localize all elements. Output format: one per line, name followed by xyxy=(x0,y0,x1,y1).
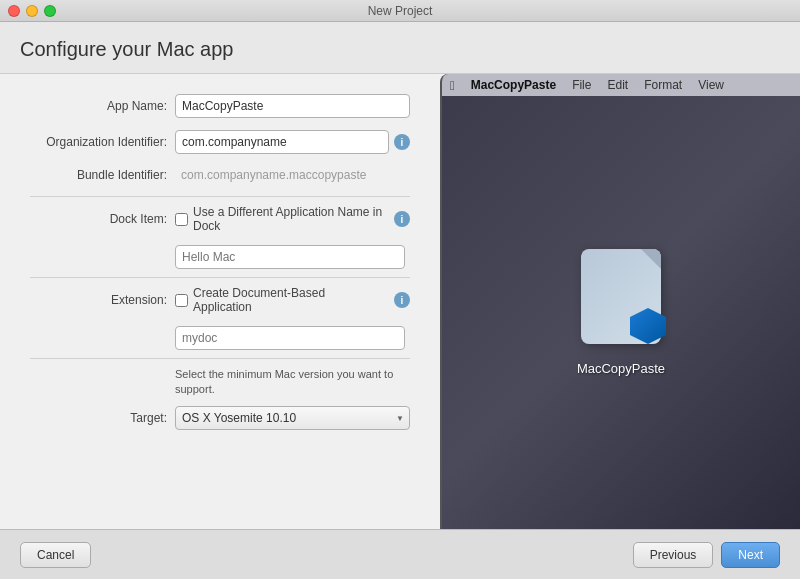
target-select-wrapper: OS X Yosemite 10.10 OS X Mavericks 10.9 … xyxy=(175,406,410,430)
maximize-button[interactable] xyxy=(44,5,56,17)
footer-right-buttons: Previous Next xyxy=(633,542,780,568)
dock-item-info-icon[interactable]: i xyxy=(394,211,410,227)
main-content: Configure your Mac app App Name: Organiz… xyxy=(0,22,800,579)
body-area: App Name: Organization Identifier: i Bun… xyxy=(0,74,800,529)
preview-app-name: MacCopyPaste xyxy=(471,78,556,92)
page-header: Configure your Mac app xyxy=(0,22,800,74)
separator-1 xyxy=(30,196,410,197)
extension-checkbox[interactable] xyxy=(175,294,188,307)
org-id-input[interactable] xyxy=(175,130,389,154)
dock-item-checkbox-label: Use a Different Application Name in Dock xyxy=(193,205,384,233)
titlebar: New Project xyxy=(0,0,800,22)
org-id-row: Organization Identifier: i xyxy=(30,130,410,154)
separator-3 xyxy=(30,358,410,359)
app-name-row: App Name: xyxy=(30,94,410,118)
previous-button[interactable]: Previous xyxy=(633,542,714,568)
cancel-button[interactable]: Cancel xyxy=(20,542,91,568)
extension-checkbox-row: Create Document-Based Application i xyxy=(175,286,410,314)
footer: Cancel Previous Next xyxy=(0,529,800,579)
app-icon-label: MacCopyPaste xyxy=(577,361,665,376)
menu-item-view: View xyxy=(698,78,724,92)
extension-input[interactable] xyxy=(175,326,405,350)
extension-row: Extension: Create Document-Based Applica… xyxy=(30,286,410,314)
target-hint: Select the minimum Mac version you want … xyxy=(175,367,410,398)
mac-menubar:  MacCopyPaste File Edit Format View xyxy=(442,74,800,96)
dock-item-input[interactable] xyxy=(175,245,405,269)
bundle-id-row: Bundle Identifier: com.companyname.macco… xyxy=(30,166,410,184)
extension-info-icon[interactable]: i xyxy=(394,292,410,308)
menu-item-edit: Edit xyxy=(607,78,628,92)
menu-item-file: File xyxy=(572,78,591,92)
target-select[interactable]: OS X Yosemite 10.10 OS X Mavericks 10.9 … xyxy=(175,406,410,430)
menu-item-format: Format xyxy=(644,78,682,92)
target-label: Target: xyxy=(30,411,175,425)
app-name-input[interactable] xyxy=(175,94,410,118)
page-title: Configure your Mac app xyxy=(20,38,780,61)
close-button[interactable] xyxy=(8,5,20,17)
target-row: Target: OS X Yosemite 10.10 OS X Maveric… xyxy=(30,406,410,430)
form-panel: App Name: Organization Identifier: i Bun… xyxy=(0,74,440,529)
dock-item-checkbox-row: Use a Different Application Name in Dock… xyxy=(175,205,410,233)
minimize-button[interactable] xyxy=(26,5,38,17)
dock-item-checkbox[interactable] xyxy=(175,213,188,226)
app-preview-panel:  MacCopyPaste File Edit Format View Mac… xyxy=(440,74,800,529)
org-id-label: Organization Identifier: xyxy=(30,135,175,149)
window-controls[interactable] xyxy=(8,5,56,17)
app-name-label: App Name: xyxy=(30,99,175,113)
bundle-id-value: com.companyname.maccopypaste xyxy=(175,166,410,184)
org-id-info-icon[interactable]: i xyxy=(394,134,410,150)
dock-item-label: Dock Item: xyxy=(30,212,175,226)
app-icon-container xyxy=(571,249,671,349)
extension-textfield-row xyxy=(175,326,410,350)
next-button[interactable]: Next xyxy=(721,542,780,568)
window-title: New Project xyxy=(368,4,433,18)
dock-item-row: Dock Item: Use a Different Application N… xyxy=(30,205,410,233)
bundle-id-label: Bundle Identifier: xyxy=(30,168,175,182)
extension-label: Extension: xyxy=(30,293,175,307)
apple-logo-icon:  xyxy=(450,78,455,93)
separator-2 xyxy=(30,277,410,278)
extension-checkbox-label: Create Document-Based Application xyxy=(193,286,384,314)
app-icon-area: MacCopyPaste xyxy=(442,96,800,529)
dock-item-textfield-row xyxy=(175,245,410,269)
